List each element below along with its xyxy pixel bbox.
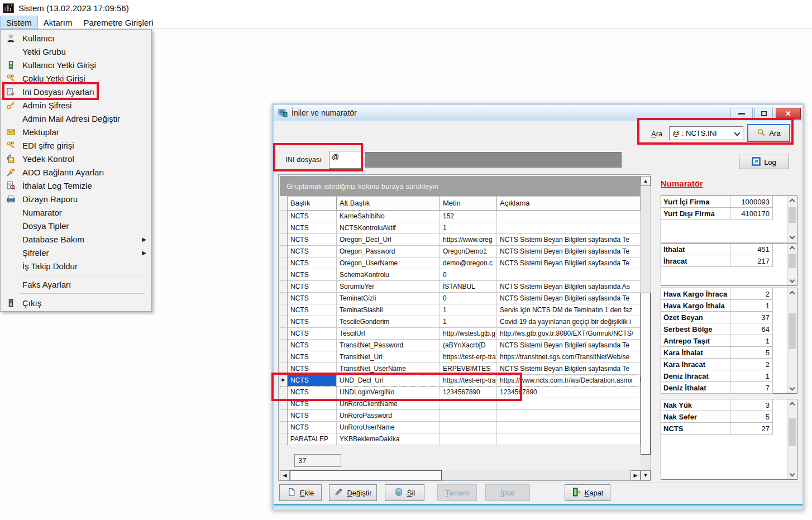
- table-cell[interactable]: NCTS: [288, 387, 337, 398]
- menu-item-kullanıcı[interactable]: Kullanıcı: [1, 31, 151, 45]
- table-cell[interactable]: https://www.oreg: [440, 234, 497, 246]
- table-row[interactable]: NCTSNCTSKontroluAktif1: [280, 222, 641, 234]
- table-cell[interactable]: NCTS Sistemi Beyan Bilgileri sayfasında …: [497, 281, 641, 293]
- menu-item-numarator[interactable]: Numarator: [1, 206, 151, 219]
- table-cell[interactable]: NCTS: [288, 234, 337, 246]
- table-cell[interactable]: İSTANBUL: [440, 281, 497, 293]
- table-cell[interactable]: [497, 410, 641, 422]
- table-cell[interactable]: 0: [440, 293, 497, 304]
- menu-item-çoklu-yetki-girişi[interactable]: Çoklu Yetki Girişi: [1, 71, 151, 85]
- table-cell[interactable]: [440, 410, 497, 422]
- numarator-row[interactable]: Nak Sefer5: [661, 411, 797, 423]
- table-cell[interactable]: NCTSKontroluAktif: [337, 222, 440, 234]
- numarator-row[interactable]: Yurt İçi Firma1000093: [661, 196, 797, 208]
- menubar-item-sistem[interactable]: Sistem: [0, 16, 38, 28]
- numarator-row[interactable]: Deniz İhracat1: [661, 370, 797, 382]
- table-cell[interactable]: https://www.ncts.com.tr/ws/Declaration.a…: [497, 375, 641, 387]
- table-row[interactable]: NCTSSorumluYerİSTANBULNCTS Sistemi Beyan…: [280, 281, 641, 293]
- column-header-metin[interactable]: Metin: [440, 196, 497, 211]
- table-row[interactable]: NCTSOregon_Decl_Urlhttps://www.oregNCTS …: [280, 234, 641, 246]
- table-cell[interactable]: NCTS Sistemi Beyan Bilgileri sayfasında …: [497, 234, 641, 246]
- table-cell[interactable]: [497, 422, 641, 433]
- numarator-row[interactable]: Deniz İthalat7: [661, 382, 797, 394]
- numarator-scrollbar[interactable]: [787, 288, 797, 393]
- table-cell[interactable]: TransitNet_Url: [337, 351, 440, 363]
- table-cell[interactable]: NCTS Sistemi Beyan Bilgileri sayfasında …: [497, 340, 641, 351]
- menubar-item-aktarım[interactable]: Aktarım: [38, 16, 78, 28]
- scroll-up-icon[interactable]: [790, 246, 795, 252]
- table-cell[interactable]: [497, 398, 641, 410]
- numarator-row[interactable]: İhracat217: [661, 255, 797, 267]
- table-cell[interactable]: Oregon_Decl_Url: [337, 234, 440, 246]
- table-cell[interactable]: 1: [440, 304, 497, 316]
- vertical-scrollbar[interactable]: ▲ ▼: [641, 176, 651, 480]
- minimize-button[interactable]: [730, 108, 753, 120]
- table-cell[interactable]: TeminatGizli: [337, 293, 440, 304]
- numarator-row[interactable]: Kara İthalat5: [661, 347, 797, 359]
- column-header-başlık[interactable]: Başlık: [288, 196, 337, 211]
- table-row[interactable]: NCTSKarneSahibiNo152: [280, 211, 641, 222]
- table-row[interactable]: NCTSTeminatSlashli1Servis için NCTS DM d…: [280, 304, 641, 316]
- table-cell[interactable]: NCTS Sistemi Beyan Bilgileri sayfasında …: [497, 246, 641, 257]
- table-cell[interactable]: NCTS: [288, 246, 337, 257]
- table-row[interactable]: NCTSTransitNet_Password(aBYnXacrb[DNCTS …: [280, 340, 641, 351]
- scroll-down-icon[interactable]: ▼: [641, 470, 651, 480]
- table-cell[interactable]: 1: [440, 316, 497, 328]
- table-row[interactable]: NCTSUnRoroClientName: [280, 398, 641, 410]
- scroll-thumb[interactable]: [789, 207, 796, 223]
- menu-item-ini-dosyası-ayarları[interactable]: Ini Dosyası Ayarları: [1, 85, 151, 98]
- table-cell[interactable]: OregonDemo1: [440, 246, 497, 257]
- numarator-row[interactable]: Kara İhracat2: [661, 359, 797, 370]
- scroll-left-icon[interactable]: ◀: [280, 470, 290, 480]
- table-cell[interactable]: NCTS Sistemi Beyan Bilgileri sayfasında …: [497, 257, 641, 269]
- table-cell[interactable]: NCTS: [288, 422, 337, 433]
- table-cell[interactable]: Oregon_UserName: [337, 257, 440, 269]
- menu-item-i̇thalat-log-temizle[interactable]: İthalat Log Temizle: [1, 179, 151, 192]
- scroll-thumb[interactable]: [789, 313, 796, 349]
- table-cell[interactable]: [497, 433, 641, 445]
- menu-item-admin-şifresi[interactable]: Admin Şifresi: [1, 98, 151, 112]
- numarator-row[interactable]: İthalat451: [661, 244, 797, 255]
- table-cell[interactable]: NCTS: [288, 363, 337, 375]
- table-row[interactable]: PARATALEPYKBBeklemeDakika: [280, 433, 641, 445]
- search-button[interactable]: Ara: [747, 124, 790, 142]
- table-cell[interactable]: NCTS Sistemi Beyan Bilgileri sayfasında …: [497, 363, 641, 375]
- menu-item-faks-ayarları[interactable]: Faks Ayarları: [1, 278, 151, 291]
- table-cell[interactable]: [440, 422, 497, 433]
- table-cell[interactable]: [497, 222, 641, 234]
- table-cell[interactable]: UnRoroUserName: [337, 422, 440, 433]
- table-cell[interactable]: NCTS: [288, 293, 337, 304]
- menu-item-edi-şifre-girişi[interactable]: EDI şifre girişi: [1, 139, 151, 152]
- table-cell[interactable]: NCTS: [288, 211, 337, 222]
- numarator-row[interactable]: Antrepo Taşıt1: [661, 335, 797, 347]
- table-cell[interactable]: NCTS: [288, 340, 337, 351]
- menu-item-ado-bağlantı-ayarları[interactable]: ADO Bağlantı Ayarları: [1, 165, 151, 179]
- numarator-scrollbar[interactable]: [787, 399, 797, 479]
- menu-item-kullanıcı-yetki-girişi[interactable]: Kullanıcı Yetki Girişi: [1, 58, 151, 71]
- table-cell[interactable]: UND_Decl_Url: [337, 375, 440, 387]
- menu-item-dizayn-raporu[interactable]: Dizayn Raporu: [1, 192, 151, 206]
- table-cell[interactable]: TescileGonderim: [337, 316, 440, 328]
- table-cell[interactable]: NCTS: [288, 410, 337, 422]
- table-cell[interactable]: UNDLoginVergiNo: [337, 387, 440, 398]
- table-cell[interactable]: 1234567890: [440, 387, 497, 398]
- scroll-up-icon[interactable]: [790, 402, 795, 408]
- table-cell[interactable]: TransitNet_UserName: [337, 363, 440, 375]
- numarator-row[interactable]: Nak Yük3: [661, 399, 797, 411]
- table-cell[interactable]: [497, 211, 641, 222]
- table-cell[interactable]: https://test-erp-tra: [440, 375, 497, 387]
- menubar-item-paremetre-girişleri[interactable]: Paremetre Girişleri: [78, 16, 159, 28]
- table-row[interactable]: NCTSUnRoroPassword: [280, 410, 641, 422]
- ekle-button[interactable]: Ekle: [279, 484, 322, 501]
- table-row[interactable]: NCTSTransitNet_Urlhttps://test-erp-traht…: [280, 351, 641, 363]
- table-cell[interactable]: http://wstest.gtb.g: [440, 328, 497, 340]
- değiştir-button[interactable]: Değiştir: [329, 484, 377, 501]
- table-cell[interactable]: TeminatSlashli: [337, 304, 440, 316]
- numarator-row[interactable]: Hava Kargo İhraca2: [661, 288, 797, 300]
- table-row[interactable]: NCTSUNDLoginVergiNo12345678901234567890: [280, 387, 641, 398]
- table-cell[interactable]: NCTS Sistemi Beyan Bilgileri sayfasında …: [497, 293, 641, 304]
- scroll-down-icon[interactable]: [790, 471, 795, 477]
- table-cell[interactable]: SorumluYer: [337, 281, 440, 293]
- table-cell[interactable]: UnRoroClientName: [337, 398, 440, 410]
- table-cell[interactable]: UnRoroPassword: [337, 410, 440, 422]
